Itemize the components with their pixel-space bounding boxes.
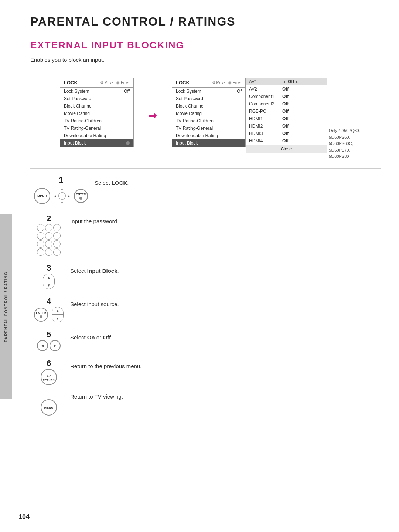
step-6-icon: 6 ↩ RETURN xyxy=(34,359,64,385)
step-1: 1 MENU ▲ ▼ ◄ ► ENT xyxy=(34,176,381,206)
submenu-row-rgbpc: RGB-PC Off xyxy=(246,108,327,115)
submenu-row-hdmi3: HDMI3 Off xyxy=(246,130,327,137)
step-6b: 6 MENU Return to TV viewing. xyxy=(34,390,381,416)
left-menu-title: LOCK xyxy=(64,80,78,85)
down-arrow-icon: ▼ xyxy=(43,281,54,289)
side-note-divider xyxy=(329,126,388,126)
page-title: PARENTAL CONTROL / RATINGS xyxy=(30,15,381,28)
main-content: PARENTAL CONTROL / RATINGS EXTERNAL INPU… xyxy=(12,0,399,438)
step-5-text: Select On or Off. xyxy=(70,331,112,342)
left-menu-item-input-block: Input Block xyxy=(60,139,133,147)
step-4: 4 ENTER ▲ ▼ Select input source. xyxy=(34,297,381,322)
step-1-buttons: MENU ▲ ▼ ◄ ► ENTER xyxy=(34,186,88,206)
description: Enables you to block an input. xyxy=(30,57,381,63)
right-arrow-icon: ► xyxy=(295,80,299,84)
step-3: 3 ▲ ▼ Select Input Block. xyxy=(34,264,381,289)
step-1-number: 1 xyxy=(59,176,63,184)
step-2-text: Input the password. xyxy=(70,214,119,226)
updown-button-icon: ▲ ▼ xyxy=(43,274,55,289)
diagram-area: LOCK ⚙ Move ◎ Enter Lock System : Off Se… xyxy=(30,78,381,153)
right-menu-item-0: Lock System : Of xyxy=(172,88,245,95)
right-menu-item-6: Downloadable Rating xyxy=(172,132,245,139)
step-2-icon: 2 xyxy=(34,214,64,256)
right-btn-icon: ► xyxy=(50,340,61,351)
submenu-row-hdmi1: HDMI1 Off xyxy=(246,115,327,122)
right-menu-box: LOCK ⚙ Move ◎ Enter Lock System : Of Set… xyxy=(172,78,246,147)
step-1-icon: 1 MENU ▲ ▼ ◄ ► ENT xyxy=(34,176,88,206)
step-5-buttons: ◄ ► xyxy=(37,340,61,351)
left-btn-icon: ◄ xyxy=(37,340,48,351)
return-button-icon: ↩ RETURN xyxy=(41,369,57,385)
dpad-icon: ▲ ▼ ◄ ► xyxy=(52,186,72,206)
steps-section: 1 MENU ▲ ▼ ◄ ► ENT xyxy=(30,176,381,416)
step-1-text: Select LOCK. xyxy=(95,176,129,187)
step-6: 6 ↩ RETURN Return to the previous menu. xyxy=(34,359,381,385)
page-number: 104 xyxy=(18,513,30,521)
dpad-right-icon: ► xyxy=(66,193,72,199)
step-4-number: 4 xyxy=(47,297,51,305)
right-menu-item-3: Movie Rating xyxy=(172,110,245,117)
submenu-row-hdmi2: HDMI2 Off xyxy=(246,122,327,130)
step-3-buttons: ▲ ▼ xyxy=(43,274,55,289)
submenu-row-component2: Component2 Off xyxy=(246,100,327,108)
right-menu-item-2: Block Channel xyxy=(172,102,245,110)
left-menu-header: LOCK ⚙ Move ◎ Enter xyxy=(60,78,133,88)
enter-dot-2-icon xyxy=(40,315,42,318)
left-menu-item-4: TV Rating-Children xyxy=(60,117,133,125)
menu-button-icon: MENU xyxy=(34,188,50,204)
step-5-number: 5 xyxy=(47,331,51,339)
step-5-icon: 5 ◄ ► xyxy=(34,331,64,351)
step-2-buttons xyxy=(37,224,61,256)
submenu-row-component1: Component1 Off xyxy=(246,93,327,100)
dpad-center-icon xyxy=(58,192,66,200)
side-note: Only 42/50PQ60,50/60PS60,50/60PS60C,50/6… xyxy=(329,126,388,160)
step-4-text: Select input source. xyxy=(70,297,119,309)
close-button[interactable]: Close xyxy=(246,145,327,153)
side-note-text: Only 42/50PQ60,50/60PS60,50/60PS60C,50/6… xyxy=(329,128,360,159)
right-menu-header: LOCK ⚙ Move ◎ Enter xyxy=(172,78,245,88)
step-2-number: 2 xyxy=(47,214,51,223)
submenu-box: AV1 ◄ Off ► AV2 Off Componen xyxy=(246,78,327,153)
arrow-icon: ➡ xyxy=(149,109,157,122)
dpad-left-icon: ◄ xyxy=(52,193,58,199)
step-2: 2 xyxy=(34,214,381,256)
right-menu-title: LOCK xyxy=(176,80,190,85)
left-menu-nav: ⚙ Move ◎ Enter xyxy=(100,81,130,85)
up-arrow-icon: ▲ xyxy=(43,274,54,281)
lr-arrows-icon: ◄ ► xyxy=(37,340,61,351)
numpad-icon xyxy=(37,224,61,256)
left-menu-item-5: TV Rating-General xyxy=(60,125,133,132)
submenu-row-hdmi4: HDMI4 Off xyxy=(246,137,327,145)
right-menu-item-input-block: Input Block xyxy=(172,139,245,147)
enter-dot-icon xyxy=(79,197,82,200)
step-6-number: 6 xyxy=(47,359,51,367)
left-menu-item-6: Downloadable Rating xyxy=(60,132,133,139)
step-6-buttons: ↩ RETURN xyxy=(41,369,57,385)
right-menu-item-4: TV Rating-Children xyxy=(172,117,245,125)
up-arrow-2-icon: ▲ xyxy=(52,307,63,315)
right-menu-item-5: TV Rating-General xyxy=(172,125,245,132)
section-title: EXTERNAL INPUT BLOCKING xyxy=(30,40,381,51)
left-arrow-icon: ◄ xyxy=(282,80,286,84)
sidebar-label: PARENTAL CONTROL / RATING xyxy=(4,272,8,342)
step-3-text: Select Input Block. xyxy=(70,264,119,275)
right-area: LOCK ⚙ Move ◎ Enter Lock System : Of Set… xyxy=(172,78,327,153)
right-menu-nav: ⚙ Move ◎ Enter xyxy=(212,81,242,85)
submenu-row-av1: AV1 ◄ Off ► xyxy=(246,78,327,85)
step-4-icon: 4 ENTER ▲ ▼ xyxy=(34,297,64,322)
dpad-up-icon: ▲ xyxy=(59,186,65,192)
section-divider xyxy=(30,168,381,169)
sidebar: PARENTAL CONTROL / RATING xyxy=(0,214,12,399)
enter-button-icon-2: ENTER xyxy=(34,308,48,322)
left-menu-box: LOCK ⚙ Move ◎ Enter Lock System : Off Se… xyxy=(60,78,134,147)
dpad-down-icon: ▼ xyxy=(59,200,65,206)
right-menu-item-1: Set Password xyxy=(172,95,245,102)
submenu-container: AV1 ◄ Off ► AV2 Off Componen xyxy=(246,78,327,153)
step-6-text: Return to the previous menu. xyxy=(70,359,141,371)
step-5: 5 ◄ ► Select On or Off. xyxy=(34,331,381,351)
step-6b-buttons: MENU xyxy=(41,399,57,416)
step-4-buttons: ENTER ▲ ▼ xyxy=(34,307,64,322)
menu-button-icon-2: MENU xyxy=(41,399,57,416)
left-menu-item-1: Set Password xyxy=(60,95,133,102)
left-menu-item-2: Block Channel xyxy=(60,102,133,110)
